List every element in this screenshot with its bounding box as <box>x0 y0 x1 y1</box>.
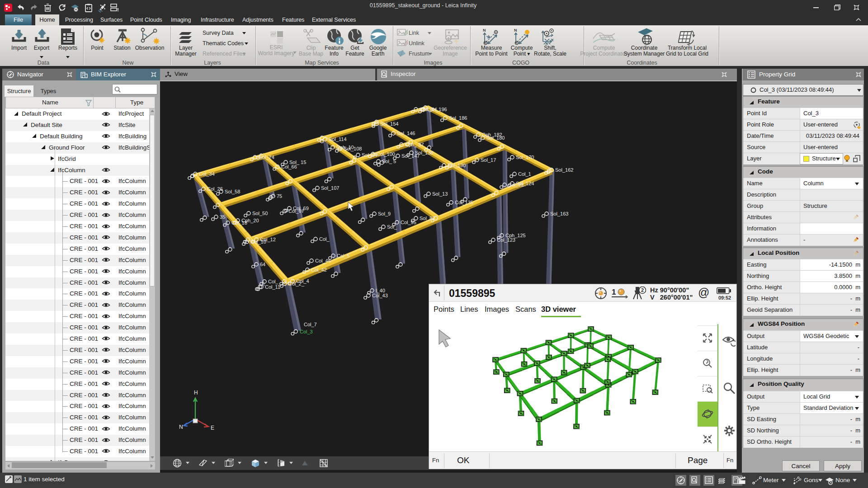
svg-text:N: N <box>514 28 517 33</box>
svg-text:2: 2 <box>641 287 644 293</box>
svg-text:N: N <box>483 28 486 33</box>
